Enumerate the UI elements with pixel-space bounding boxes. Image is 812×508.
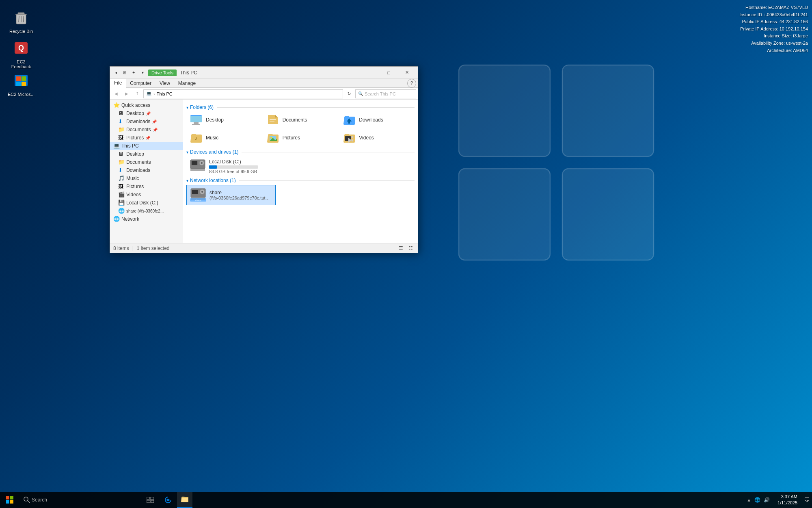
details-view-button[interactable]: ☷ <box>406 244 415 252</box>
pin-icon: 📌 <box>146 111 151 116</box>
path-text: This PC <box>157 91 173 96</box>
recycle-bin-label: Recycle Bin <box>9 29 33 34</box>
tab-manage[interactable]: Manage <box>174 79 200 88</box>
svg-point-52 <box>24 497 28 501</box>
ec2-feedback-icon[interactable]: Q EC2 Feedback <box>5 37 37 71</box>
svg-rect-22 <box>270 121 274 122</box>
private-ip: Private IP Address: 10.192.10.154 <box>739 26 808 33</box>
ec2-microsoft-label: EC2 Micros... <box>8 92 35 97</box>
devices-label: Devices and drives (1) <box>190 149 238 155</box>
system-info: Hostname: EC2AMAZ-VS7VLlJ Instance ID: i… <box>739 4 808 54</box>
folder-item-videos[interactable]: Videos <box>339 130 415 146</box>
sidebar-item-desktop[interactable]: 🖥 Desktop <box>110 150 183 158</box>
sidebar-item-network[interactable]: 🌐 Network <box>110 215 183 223</box>
drive-tools-tab[interactable]: Drive Tools <box>148 69 177 76</box>
network-tray-icon[interactable]: 🌐 <box>753 497 762 503</box>
svg-line-53 <box>28 501 30 503</box>
network-label-section: Network locations (1) <box>190 178 236 183</box>
task-view-button[interactable] <box>141 492 159 508</box>
svg-rect-1 <box>562 65 654 156</box>
start-button[interactable] <box>0 492 19 508</box>
up-button[interactable]: ⇧ <box>133 89 142 98</box>
sidebar-item-share[interactable]: 🌐 share (\\fs-0360fe2... <box>110 207 183 215</box>
sidebar-item-desktop-qa[interactable]: 🖥 Desktop 📌 <box>110 109 183 117</box>
desktop-folder-icon: 🖥 <box>118 110 125 117</box>
close-button[interactable]: ✕ <box>398 67 416 79</box>
drive-info-c: Local Disk (C:) 83.8 GB free of 99.9 GB <box>209 159 411 174</box>
svg-rect-48 <box>6 496 9 499</box>
svg-rect-19 <box>194 122 199 124</box>
devices-section-header[interactable]: ▾ Devices and drives (1) <box>186 149 415 155</box>
share-item-0[interactable]: share share (\\fs-0360fe26ad979e70c.tuto… <box>186 185 276 205</box>
quick-access-toolbar: ◂ ⊞ ✦ ▾ <box>112 69 147 77</box>
forward-button[interactable]: ▶ <box>122 89 131 98</box>
refresh-button[interactable]: ↻ <box>345 89 354 98</box>
svg-rect-55 <box>150 497 154 499</box>
file-explorer-taskbar[interactable] <box>177 492 192 508</box>
sidebar-item-documents[interactable]: 📁 Documents <box>110 158 183 166</box>
folders-divider <box>217 107 415 108</box>
sidebar-item-pictures[interactable]: 🖼 Pictures <box>110 182 183 191</box>
music-icon: 🎵 <box>118 175 125 182</box>
window-controls: − □ ✕ <box>361 67 416 79</box>
recycle-bin-icon[interactable]: Recycle Bin <box>5 6 37 35</box>
drive-item-c[interactable]: Local Disk (C:) 83.8 GB free of 99.9 GB <box>186 156 415 176</box>
sidebar-quick-access[interactable]: ⭐ Quick access <box>110 101 183 109</box>
svg-rect-3 <box>562 169 654 260</box>
edge-browser[interactable] <box>159 492 177 508</box>
search-placeholder: Search This PC <box>365 91 396 96</box>
this-pc-icon: 💻 <box>113 143 120 149</box>
folder-item-music[interactable]: ♪ Music <box>186 130 261 146</box>
notification-icon[interactable]: 🗨 <box>801 497 812 503</box>
svg-rect-56 <box>147 500 150 503</box>
sidebar-item-documents-qa[interactable]: 📁 Documents 📌 <box>110 126 183 134</box>
qa-dropdown[interactable]: ▾ <box>138 69 147 77</box>
tab-view[interactable]: View <box>155 79 174 88</box>
ec2-microsoft-icon[interactable]: EC2 Micros... <box>5 69 37 98</box>
sidebar-item-this-pc[interactable]: 💻 This PC <box>110 142 183 150</box>
explorer-window: ◂ ⊞ ✦ ▾ Drive Tools This PC − □ ✕ File C… <box>110 66 418 253</box>
qa-back[interactable]: ◂ <box>112 69 120 77</box>
address-path[interactable]: 💻 › This PC <box>143 89 343 98</box>
drive-icon: 💾 <box>118 200 125 206</box>
videos-icon: 🎬 <box>118 191 125 198</box>
folders-section-header[interactable]: ▾ Folders (6) <box>186 104 415 110</box>
sidebar-item-videos[interactable]: 🎬 Videos <box>110 191 183 199</box>
folder-item-desktop[interactable]: Desktop <box>186 112 261 128</box>
tray-chevron[interactable]: ▲ <box>745 497 753 502</box>
items-count: 8 items <box>113 245 129 251</box>
folder-item-documents[interactable]: Documents <box>263 112 338 128</box>
list-view-button[interactable]: ☰ <box>397 244 405 252</box>
share-name: share <box>209 190 272 195</box>
instance-id: Instance ID: i-006423a0eb4f1b241 <box>739 11 808 19</box>
back-button[interactable]: ◀ <box>112 89 121 98</box>
folder-item-downloads[interactable]: Downloads <box>339 112 415 128</box>
tab-computer[interactable]: Computer <box>126 79 155 88</box>
sidebar-item-pictures-qa[interactable]: 🖼 Pictures 📌 <box>110 134 183 142</box>
maximize-button[interactable]: □ <box>380 67 398 79</box>
network-section-header[interactable]: ▾ Network locations (1) <box>186 178 415 183</box>
folder-downloads-label: Downloads <box>359 117 383 123</box>
folder-item-pictures[interactable]: Pictures <box>263 130 338 146</box>
taskbar-search[interactable]: Search <box>19 492 141 508</box>
folder-grid: Desktop Documents <box>186 112 415 146</box>
sidebar-item-downloads[interactable]: ⬇ Downloads <box>110 166 183 174</box>
svg-rect-13 <box>16 76 21 81</box>
qa-prop[interactable]: ⊞ <box>121 69 129 77</box>
tab-file[interactable]: File <box>110 79 126 88</box>
sidebar-item-music[interactable]: 🎵 Music <box>110 174 183 182</box>
svg-rect-14 <box>22 76 26 81</box>
devices-chevron: ▾ <box>186 150 188 154</box>
svg-rect-15 <box>16 82 21 86</box>
minimize-button[interactable]: − <box>361 67 380 79</box>
search-box[interactable]: 🔍 Search This PC <box>355 89 416 98</box>
help-button[interactable]: ? <box>407 79 416 88</box>
svg-point-44 <box>201 191 203 193</box>
taskbar-clock[interactable]: 3:37 AM 1/11/2025 <box>773 494 801 506</box>
sidebar-item-local-disk[interactable]: 💾 Local Disk (C:) <box>110 199 183 207</box>
qa-new[interactable]: ✦ <box>130 69 138 77</box>
drive-space: 83.8 GB free of 99.9 GB <box>209 169 411 174</box>
instance-size: Instance Size: t3.large <box>739 33 808 40</box>
sidebar-item-downloads-qa[interactable]: ⬇ Downloads 📌 <box>110 117 183 126</box>
volume-tray-icon[interactable]: 🔊 <box>762 497 771 503</box>
